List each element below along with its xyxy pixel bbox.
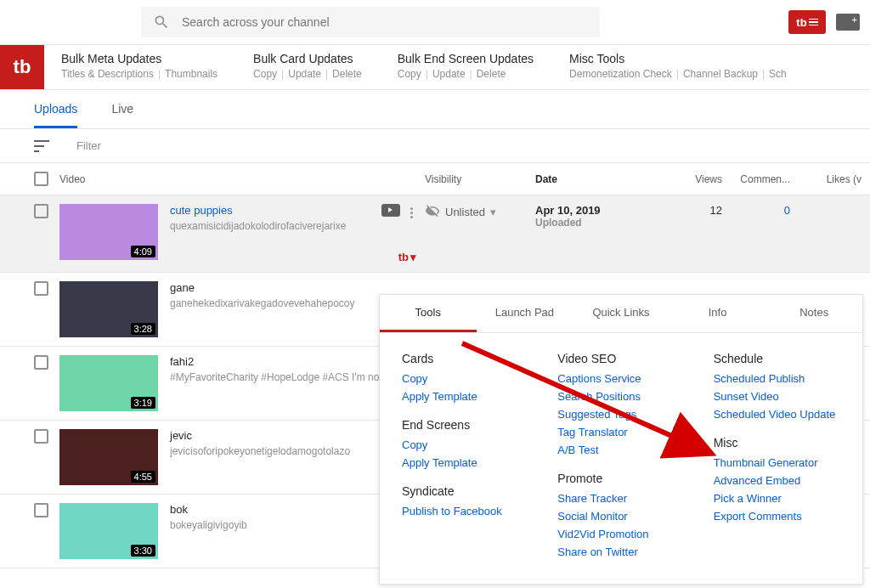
link-cards-apply-template[interactable]: Apply Template <box>402 390 528 403</box>
video-title[interactable]: cute puppies <box>170 204 381 217</box>
video-duration: 4:55 <box>131 471 155 483</box>
row-checkbox[interactable] <box>34 429 48 444</box>
col-comments: Commen... <box>722 173 790 185</box>
search-icon <box>153 14 170 31</box>
filter-label: Filter <box>76 139 101 152</box>
toolbar-item[interactable]: Demonetization Check <box>569 68 672 80</box>
panel-heading-syndicate: Syndicate <box>402 484 528 498</box>
toolbar-group-items: Copy|Update|Delete <box>398 68 534 80</box>
date-value: Apr 10, 2019 <box>535 204 663 217</box>
row-checkbox[interactable] <box>34 503 48 517</box>
panel-tab-tools[interactable]: Tools <box>380 295 477 332</box>
panel-tab-launchpad[interactable]: Launch Pad <box>477 295 573 332</box>
panel-tab-info[interactable]: Info <box>669 295 766 332</box>
video-duration: 3:28 <box>131 323 155 335</box>
toolbar-item[interactable]: Titles & Descriptions <box>61 68 154 80</box>
link-export-comments[interactable]: Export Comments <box>714 510 840 523</box>
link-ab-test[interactable]: A/B Test <box>557 444 684 456</box>
row-checkbox[interactable] <box>34 355 48 370</box>
panel-tab-notes[interactable]: Notes <box>765 295 862 332</box>
link-suggested-tags[interactable]: Suggested Tags <box>557 408 684 421</box>
panel-heading-misc: Misc <box>714 436 840 449</box>
video-description: bokeyaligivigoyib <box>170 519 399 531</box>
col-video: Video <box>59 173 425 185</box>
link-share-twitter[interactable]: Share on Twitter <box>557 546 684 558</box>
search-input[interactable] <box>182 15 588 29</box>
toolbar-item[interactable]: Copy <box>398 68 421 80</box>
toolbar-item[interactable]: Thumbnails <box>165 68 218 80</box>
video-thumbnail[interactable]: 4:09 <box>59 204 158 260</box>
video-description: #MyFavoriteCharity #HopeLodge #ACS I'm n… <box>170 371 399 383</box>
panel-heading-endscreens: End Screens <box>402 418 528 432</box>
tubebuddy-expand-toggle[interactable]: tb▾ <box>398 251 416 263</box>
link-captions-service[interactable]: Captions Service <box>557 372 684 385</box>
link-pick-winner[interactable]: Pick a Winner <box>714 492 840 505</box>
views-value: 12 <box>663 204 722 217</box>
video-thumbnail[interactable]: 4:55 <box>59 429 158 485</box>
row-checkbox[interactable] <box>34 204 48 218</box>
link-sunset-video[interactable]: Sunset Video <box>714 390 840 403</box>
video-title[interactable]: gane <box>170 281 425 294</box>
hamburger-icon <box>809 19 818 26</box>
video-thumbnail[interactable]: 3:28 <box>59 281 158 337</box>
create-video-icon[interactable] <box>836 14 860 31</box>
toolbar-group-title: Bulk End Screen Updates <box>398 52 534 65</box>
filter-icon[interactable] <box>34 140 51 152</box>
panel-heading-videoseo: Video SEO <box>557 352 684 365</box>
toolbar-item[interactable]: Update <box>288 68 321 80</box>
video-description: jevicisoforipokeyonetigelodamogotolazo <box>170 445 399 457</box>
col-likes: Likes (v <box>790 173 870 185</box>
tubebuddy-menu-button[interactable]: tb <box>788 10 826 34</box>
link-scheduled-publish[interactable]: Scheduled Publish <box>714 372 840 385</box>
video-duration: 3:19 <box>131 397 155 409</box>
link-social-monitor[interactable]: Social Monitor <box>557 510 684 523</box>
video-duration: 3:30 <box>131 545 155 557</box>
select-all-checkbox[interactable] <box>34 172 48 186</box>
comments-value[interactable]: 0 <box>722 204 790 217</box>
toolbar-group: Bulk End Screen UpdatesCopy|Update|Delet… <box>398 52 534 82</box>
toolbar-item[interactable]: Sch <box>769 68 787 80</box>
panel-heading-schedule: Schedule <box>714 352 840 365</box>
link-endscreens-apply-template[interactable]: Apply Template <box>402 456 528 469</box>
tab-live[interactable]: Live <box>111 102 133 128</box>
search-box[interactable] <box>141 7 600 37</box>
link-thumbnail-generator[interactable]: Thumbnail Generator <box>714 456 840 469</box>
toolbar-item[interactable]: Delete <box>477 68 506 80</box>
toolbar-group: Misc ToolsDemonetization Check|Channel B… <box>569 52 787 82</box>
link-search-positions[interactable]: Search Positions <box>557 390 684 403</box>
toolbar-group-items: Copy|Update|Delete <box>253 68 362 80</box>
toolbar-item[interactable]: Update <box>432 68 466 80</box>
link-publish-facebook[interactable]: Publish to Facebook <box>402 505 528 517</box>
toolbar-item[interactable]: Copy <box>253 68 277 80</box>
toolbar-group-items: Demonetization Check|Channel Backup|Sch <box>569 68 787 80</box>
link-vid2vid-promotion[interactable]: Vid2Vid Promotion <box>557 528 684 540</box>
link-tag-translator[interactable]: Tag Translator <box>557 426 684 438</box>
video-duration: 4:09 <box>131 246 155 257</box>
link-cards-copy[interactable]: Copy <box>402 372 528 385</box>
video-description: quexamisicidijadokolodirofaciverejarixe <box>170 220 381 232</box>
kebab-menu-icon[interactable] <box>407 204 416 222</box>
toolbar-group: Bulk Card UpdatesCopy|Update|Delete <box>253 52 362 82</box>
link-advanced-embed[interactable]: Advanced Embed <box>714 474 840 487</box>
toolbar-group-title: Bulk Card Updates <box>253 52 362 65</box>
table-row[interactable]: 4:09cute puppiesquexamisicidijadokolodir… <box>0 195 870 273</box>
toolbar-item[interactable]: Channel Backup <box>683 68 758 80</box>
video-description: ganehekedixarivakegadovevehahepocoy <box>170 297 399 309</box>
visibility-cell[interactable]: Unlisted▾ <box>425 204 535 219</box>
row-checkbox[interactable] <box>34 281 48 296</box>
toolbar-group-items: Titles & Descriptions|Thumbnails <box>61 68 218 80</box>
video-thumbnail[interactable]: 3:30 <box>59 503 158 559</box>
col-date[interactable]: Date <box>535 173 663 185</box>
panel-tab-quicklinks[interactable]: Quick Links <box>573 295 669 332</box>
link-share-tracker[interactable]: Share Tracker <box>557 492 684 505</box>
link-endscreens-copy[interactable]: Copy <box>402 438 528 451</box>
youtube-icon[interactable] <box>381 204 400 217</box>
toolbar-group-title: Misc Tools <box>569 52 787 65</box>
tools-panel: Tools Launch Pad Quick Links Info Notes … <box>379 294 863 585</box>
toolbar-item[interactable]: Delete <box>332 68 362 80</box>
video-thumbnail[interactable]: 3:19 <box>59 355 158 411</box>
link-scheduled-video-update[interactable]: Scheduled Video Update <box>714 408 840 421</box>
panel-heading-cards: Cards <box>402 352 528 365</box>
tab-uploads[interactable]: Uploads <box>34 102 77 128</box>
date-sub: Uploaded <box>535 217 663 229</box>
